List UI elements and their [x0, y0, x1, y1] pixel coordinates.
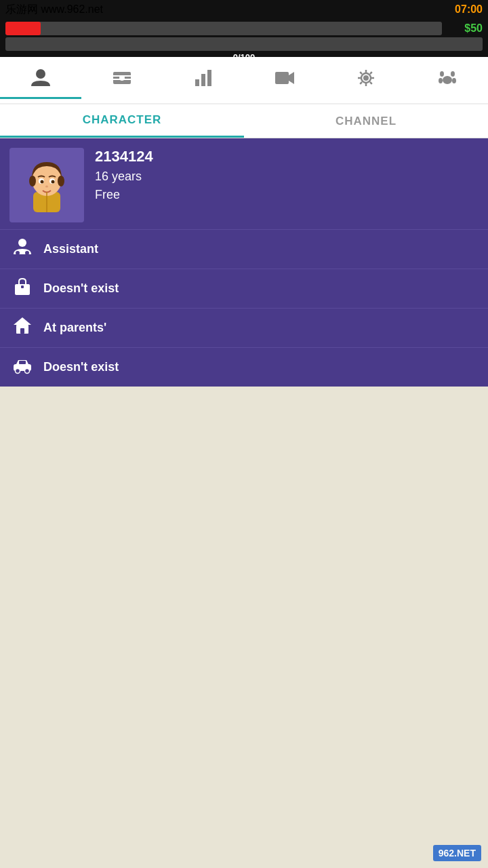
stat-job: Assistant — [0, 229, 488, 269]
char-status: Free — [95, 188, 153, 202]
char-name: 2134124 — [95, 148, 153, 165]
svg-rect-5 — [195, 79, 199, 86]
svg-point-25 — [52, 180, 55, 184]
svg-rect-39 — [19, 361, 26, 364]
svg-point-21 — [58, 176, 64, 186]
svg-point-28 — [18, 239, 26, 247]
svg-point-29 — [16, 251, 20, 255]
business-label: Doesn't exist — [43, 281, 119, 296]
svg-point-37 — [16, 369, 20, 374]
svg-point-15 — [452, 78, 456, 83]
nav-video[interactable] — [244, 67, 325, 99]
status-bar: 乐游网 www.962.net 07:00 — [0, 0, 488, 19]
svg-marker-33 — [14, 317, 31, 325]
character-card: 2134124 16 years Free Assistant Doesn't … — [0, 138, 488, 387]
business-icon — [11, 276, 34, 301]
hp-bar-fill — [5, 22, 41, 35]
pets-icon — [436, 67, 458, 94]
energy-bar-wrap: 0/100 — [5, 37, 483, 51]
money-display: $50 — [449, 22, 483, 35]
stat-car: Doesn't exist — [0, 347, 488, 387]
nav-stats[interactable] — [163, 67, 244, 99]
tab-character[interactable]: CHARACTER — [0, 104, 244, 138]
job-icon — [11, 237, 34, 262]
svg-point-14 — [439, 78, 443, 83]
character-icon — [30, 67, 52, 94]
svg-marker-9 — [289, 72, 294, 84]
time-display: 07:00 — [455, 3, 483, 16]
svg-rect-35 — [20, 328, 24, 334]
nav-settings[interactable] — [325, 67, 407, 99]
svg-point-38 — [25, 369, 30, 374]
bars-container: 8/100 $50 0/100 — [0, 19, 488, 57]
avatar-info-row: 2134124 16 years Free — [0, 138, 488, 229]
stat-business: Doesn't exist — [0, 269, 488, 308]
svg-rect-7 — [207, 70, 211, 86]
video-icon — [274, 67, 296, 94]
bottom-watermark: 962.NET — [433, 845, 481, 861]
svg-point-16 — [443, 76, 452, 84]
home-label: At parents' — [43, 321, 106, 335]
job-label: Assistant — [43, 242, 98, 256]
svg-point-20 — [29, 176, 36, 186]
svg-point-10 — [363, 75, 369, 81]
settings-icon — [355, 67, 377, 94]
stat-home: At parents' — [0, 308, 488, 347]
svg-point-26 — [45, 186, 48, 188]
car-label: Doesn't exist — [43, 360, 119, 374]
svg-rect-32 — [21, 285, 24, 288]
svg-point-4 — [119, 75, 125, 81]
energy-bar-track — [5, 37, 483, 51]
stats-icon — [192, 67, 214, 94]
home-icon — [11, 315, 34, 340]
svg-point-13 — [451, 71, 455, 77]
hp-bar-track — [5, 22, 442, 35]
svg-point-0 — [36, 69, 45, 79]
svg-point-12 — [440, 71, 444, 77]
tab-channel[interactable]: CHANNEL — [244, 104, 488, 138]
nav-character[interactable] — [0, 67, 81, 99]
tabs-bar: CHARACTER CHANNEL — [0, 104, 488, 138]
svg-rect-8 — [275, 72, 289, 84]
hp-bar-row: 8/100 $50 — [5, 22, 483, 35]
svg-rect-6 — [201, 74, 205, 86]
energy-bar-row: 0/100 — [5, 37, 483, 51]
car-icon — [11, 355, 34, 380]
money-icon — [111, 67, 133, 94]
svg-point-30 — [25, 251, 29, 255]
hp-bar-wrap: 8/100 — [5, 22, 442, 35]
char-info: 2134124 16 years Free — [95, 148, 153, 202]
nav-bar — [0, 57, 488, 104]
avatar-box — [9, 148, 84, 222]
watermark-label: 乐游网 www.962.net — [5, 3, 103, 17]
nav-pets[interactable] — [407, 67, 488, 99]
nav-money[interactable] — [81, 67, 163, 99]
char-age: 16 years — [95, 170, 153, 184]
svg-point-24 — [41, 180, 44, 184]
